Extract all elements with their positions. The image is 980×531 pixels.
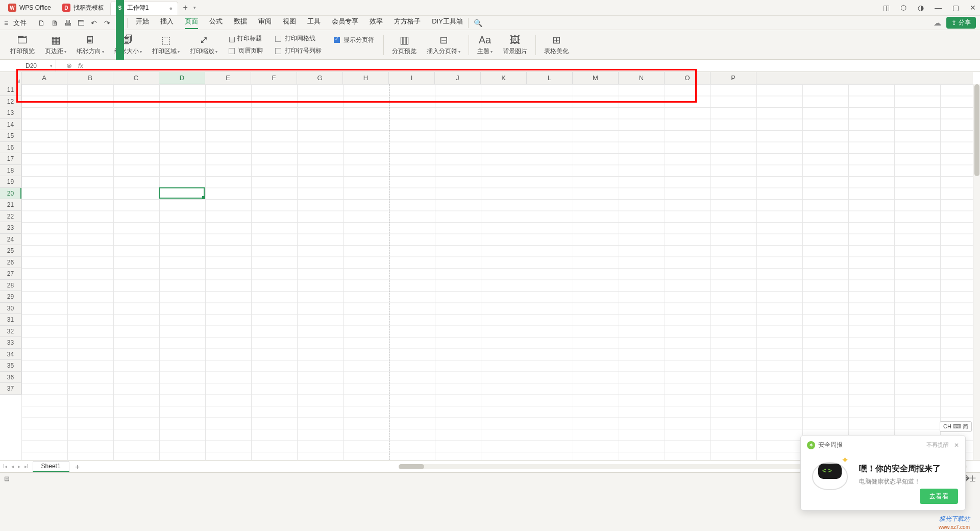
col-header-O[interactable]: O	[665, 72, 710, 84]
ribbon-tab-2[interactable]: 页面	[185, 17, 198, 29]
paper-size-button[interactable]: 🗐纸张大小▾	[109, 34, 147, 56]
ribbon-tab-10[interactable]: 方方格子	[394, 17, 421, 29]
row-header-31[interactable]: 31	[0, 314, 21, 326]
dismiss-link[interactable]: 不再提醒	[926, 441, 949, 449]
ribbon-tab-3[interactable]: 公式	[209, 17, 223, 29]
redo-icon[interactable]: ↷	[104, 19, 112, 27]
row-header-13[interactable]: 13	[0, 107, 21, 119]
sheet-tab[interactable]: Sheet1	[33, 461, 69, 472]
col-header-B[interactable]: B	[67, 72, 113, 84]
gridlines-checkbox[interactable]: 打印网格线	[273, 33, 324, 44]
col-header-J[interactable]: J	[435, 72, 481, 84]
ribbon-tab-7[interactable]: 工具	[307, 17, 321, 29]
ribbon-tab-11[interactable]: DIY工具箱	[432, 17, 463, 29]
add-sheet-button[interactable]: +	[72, 462, 83, 471]
ribbon-tab-1[interactable]: 插入	[160, 17, 174, 29]
sheet-nav-prev[interactable]: ◂	[11, 464, 14, 469]
undo-icon[interactable]: ↶	[91, 19, 99, 27]
scroll-thumb[interactable]	[974, 84, 979, 176]
col-header-D[interactable]: D	[159, 72, 205, 84]
row-header-21[interactable]: 21	[0, 199, 21, 211]
row-header-28[interactable]: 28	[0, 280, 21, 292]
show-pagebreak-checkbox[interactable]: 显示分页符	[332, 35, 376, 45]
col-header-A[interactable]: A	[21, 72, 67, 84]
share-button[interactable]: ⇪ 分享	[946, 17, 976, 29]
row-header-30[interactable]: 30	[0, 303, 21, 315]
header-footer-button[interactable]: 页眉页脚	[227, 45, 265, 56]
print-icon[interactable]: 🖶	[64, 19, 72, 27]
row-header-24[interactable]: 24	[0, 234, 21, 246]
name-dropdown-icon[interactable]: ▾	[50, 63, 53, 68]
row-header-33[interactable]: 33	[0, 337, 21, 349]
ribbon-tab-9[interactable]: 效率	[370, 17, 383, 29]
ribbon-tab-8[interactable]: 会员专享	[332, 17, 358, 29]
col-header-G[interactable]: G	[297, 72, 343, 84]
cell-area[interactable]	[21, 84, 973, 460]
new-tab-button[interactable]: +	[179, 3, 191, 12]
vertical-scrollbar[interactable]	[973, 84, 980, 460]
pagebreak-preview-button[interactable]: ▥分页预览	[387, 34, 422, 56]
ribbon-tab-0[interactable]: 开始	[136, 17, 149, 29]
row-header-22[interactable]: 22	[0, 211, 21, 223]
window-snap-icon[interactable]: ◫	[882, 4, 890, 12]
row-header-37[interactable]: 37	[0, 383, 21, 395]
row-header-35[interactable]: 35	[0, 360, 21, 372]
print-preview-button[interactable]: 🗔打印预览	[5, 34, 40, 56]
grid[interactable]	[21, 84, 973, 460]
export-icon[interactable]: 🗎	[51, 19, 59, 27]
sheet-nav-last[interactable]: ▸I	[24, 464, 29, 469]
print-title-button[interactable]: ▤打印标题	[227, 33, 265, 44]
orientation-button[interactable]: 🗏纸张方向▾	[71, 34, 109, 56]
tab-wps-office[interactable]: W WPS Office	[3, 1, 56, 15]
col-header-L[interactable]: L	[527, 72, 573, 84]
close-icon[interactable]: ✕	[954, 442, 959, 449]
col-header-I[interactable]: I	[389, 72, 435, 84]
print-scale-button[interactable]: ⤢打印缩放▾	[185, 34, 223, 56]
bg-image-button[interactable]: 🖼背景图片	[498, 34, 532, 56]
search-icon[interactable]: 🔍	[474, 19, 482, 27]
cloud-icon[interactable]: ☁	[934, 18, 941, 28]
ribbon-tab-6[interactable]: 视图	[283, 17, 296, 29]
maximize-icon[interactable]: ▢	[951, 4, 960, 12]
menu-hamburger-icon[interactable]: ≡	[4, 19, 8, 27]
ime-indicator[interactable]: CH ⌨ 简	[940, 421, 972, 432]
row-header-34[interactable]: 34	[0, 349, 21, 360]
row-header-12[interactable]: 12	[0, 96, 21, 108]
row-header-18[interactable]: 18	[0, 165, 21, 177]
col-header-P[interactable]: P	[710, 72, 756, 84]
row-header-29[interactable]: 29	[0, 291, 21, 303]
file-menu[interactable]: 文件	[13, 18, 27, 28]
insert-pagebreak-button[interactable]: ⊟插入分页符▾	[422, 34, 465, 56]
page-margin-button[interactable]: ▦页边距▾	[40, 34, 71, 56]
active-cell[interactable]	[159, 187, 205, 199]
row-header-16[interactable]: 16	[0, 142, 21, 154]
col-header-C[interactable]: C	[113, 72, 159, 84]
col-header-N[interactable]: N	[619, 72, 665, 84]
popup-action-button[interactable]: 去看看	[920, 489, 958, 504]
rowcol-checkbox[interactable]: 打印行号列标	[273, 45, 324, 56]
minimize-icon[interactable]: —	[934, 4, 942, 12]
ribbon-tab-4[interactable]: 数据	[234, 17, 247, 29]
user-avatar-icon[interactable]: ◑	[917, 4, 925, 12]
row-header-19[interactable]: 19	[0, 176, 21, 188]
tab-workbook[interactable]: S 工作簿1 ●	[110, 1, 178, 15]
col-header-M[interactable]: M	[573, 72, 619, 84]
row-header-14[interactable]: 14	[0, 119, 21, 131]
col-header-H[interactable]: H	[343, 72, 389, 84]
table-beautify-button[interactable]: ⊞表格美化	[539, 34, 574, 56]
col-header-F[interactable]: F	[251, 72, 297, 84]
row-header-36[interactable]: 36	[0, 372, 21, 383]
row-header-20[interactable]: 20	[0, 188, 21, 200]
save-icon[interactable]: 🗋	[38, 19, 46, 27]
name-box[interactable]: D20 ▾	[0, 60, 56, 71]
row-header-15[interactable]: 15	[0, 130, 21, 142]
close-window-icon[interactable]: ✕	[969, 4, 977, 12]
row-header-23[interactable]: 23	[0, 222, 21, 234]
row-header-25[interactable]: 25	[0, 245, 21, 257]
cancel-icon[interactable]: ⊗	[66, 62, 72, 69]
sheet-nav-first[interactable]: I◂	[3, 464, 7, 469]
row-header-32[interactable]: 32	[0, 326, 21, 337]
theme-button[interactable]: Aa主题▾	[472, 34, 498, 56]
cube-icon[interactable]: ⬡	[899, 4, 908, 12]
tab-list-dropdown[interactable]: ▾	[193, 5, 196, 10]
